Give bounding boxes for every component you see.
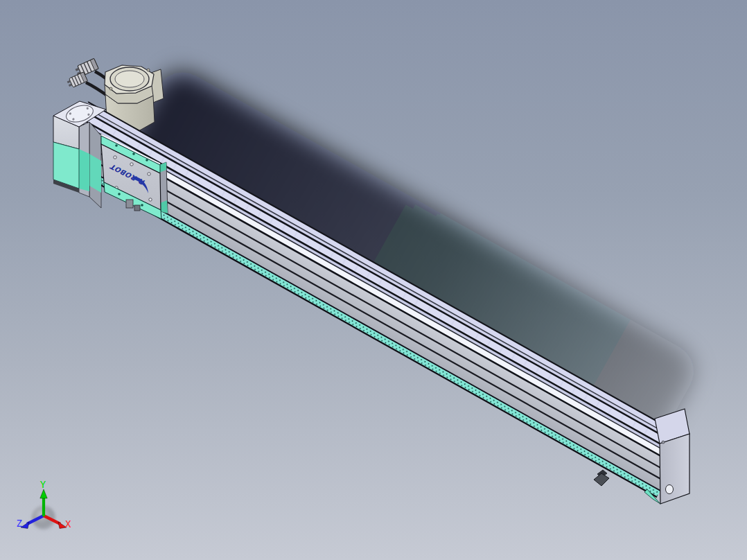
- rail-groove-line: [82, 110, 685, 448]
- rail-outline-top: [87, 101, 689, 440]
- cad-viewport[interactable]: R-ROBOT Y X Z: [0, 0, 747, 560]
- cast-shadow: [118, 62, 704, 456]
- rail-groove-line: [79, 117, 681, 456]
- rail-top-face: [84, 107, 686, 447]
- endcap-hole: [666, 485, 674, 494]
- limit-sensor[interactable]: [594, 470, 609, 486]
- strip-screw: [146, 159, 148, 161]
- motor-cap-bolt: [147, 69, 150, 71]
- triad-y-label: Y: [40, 479, 46, 490]
- motor-top-ring-inner: [115, 71, 144, 87]
- rail-groove-line: [77, 121, 678, 459]
- strip-screw: [141, 204, 143, 207]
- triad-z-label: Z: [17, 518, 22, 529]
- housing-right-teal: [79, 149, 89, 191]
- triad-x-label: X: [65, 518, 71, 530]
- sensor-body: [594, 473, 609, 486]
- endcap-screw: [662, 441, 665, 444]
- cable-connector-2: [67, 72, 88, 89]
- plate-screw: [130, 163, 133, 166]
- strip-screw: [118, 193, 121, 195]
- orientation-triad[interactable]: Y X Z: [17, 479, 71, 530]
- endcap-front-face: [660, 434, 689, 504]
- plate-screw: [148, 173, 150, 175]
- rail-top-face-ticks: [80, 112, 684, 455]
- plate-screw: [114, 156, 116, 159]
- carriage-under-tab: [134, 205, 140, 211]
- rail-top-face: [85, 103, 689, 444]
- rail-groove-line: [85, 107, 686, 445]
- y-arrowhead: [40, 489, 47, 498]
- strip-screw: [115, 144, 118, 147]
- rail-top-face: [78, 119, 680, 458]
- plate-screw: [149, 198, 152, 201]
- strip-screw: [132, 152, 135, 155]
- motor-cap-bolt: [109, 87, 112, 90]
- 3d-scene[interactable]: R-ROBOT Y X Z: [0, 0, 747, 560]
- carriage-under-tab: [126, 200, 133, 208]
